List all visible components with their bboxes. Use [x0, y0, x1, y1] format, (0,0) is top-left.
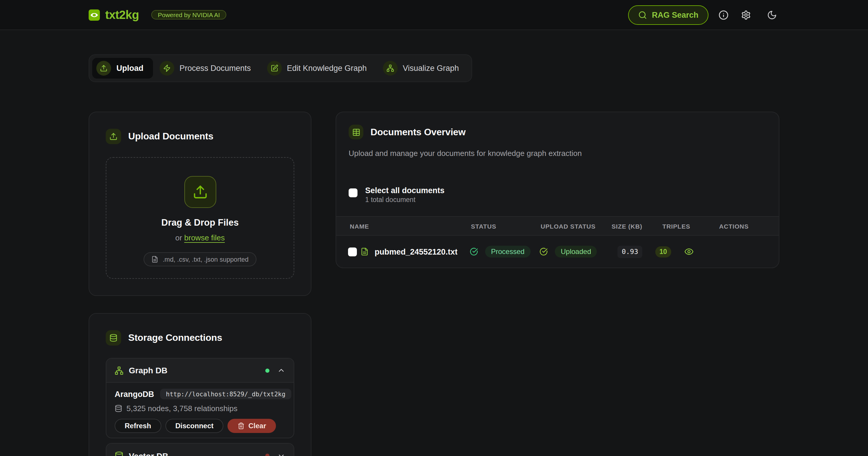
- db-connection-url: http://localhost:8529/_db/txt2kg: [160, 389, 291, 399]
- tab-bar: Upload Process Documents Edit Knowledge …: [89, 54, 472, 82]
- documents-overview-panel: Documents Overview Upload and manage you…: [336, 111, 779, 268]
- column-header-actions: ACTIONS: [678, 222, 779, 229]
- panel-title: Documents Overview: [370, 127, 466, 137]
- document-count: 1 total document: [365, 196, 445, 203]
- db-stats: 5,325 nodes, 3,758 relationships: [115, 404, 285, 413]
- moon-icon: [767, 10, 777, 20]
- database-icon: [106, 330, 121, 346]
- settings-button[interactable]: [738, 7, 753, 23]
- header-actions: RAG Search: [628, 5, 779, 25]
- storage-connections-panel: Storage Connections Graph DB: [89, 313, 311, 456]
- panel-title: Storage Connections: [128, 332, 222, 343]
- info-icon: [718, 10, 728, 20]
- edit-icon: [267, 61, 282, 75]
- tab-label: Upload: [116, 64, 144, 73]
- dropzone-subtitle: or browse files: [175, 233, 225, 242]
- tab-label: Process Documents: [180, 64, 251, 73]
- or-text: or: [175, 233, 184, 242]
- graph-icon: [115, 366, 123, 375]
- brand: txt2kg Powered by NVIDIA AI: [89, 8, 226, 22]
- table-icon: [349, 125, 363, 139]
- connected-status-dot: [265, 368, 270, 372]
- column-header-upload-status: UPLOAD STATUS: [539, 222, 612, 229]
- refresh-button[interactable]: Refresh: [115, 419, 161, 433]
- table-header: NAME STATUS UPLOAD STATUS SIZE (KB) TRIP…: [336, 216, 779, 236]
- rag-search-label: RAG Search: [652, 10, 699, 19]
- check-circle-icon: [470, 248, 478, 256]
- file-dropzone[interactable]: Drag & Drop Files or browse files .md, .…: [106, 157, 294, 279]
- column-header-triples: TRIPLES: [642, 222, 678, 229]
- dropzone-title: Drag & Drop Files: [161, 217, 239, 228]
- main-content: Upload Process Documents Edit Knowledge …: [89, 30, 779, 456]
- disconnect-button[interactable]: Disconnect: [165, 419, 223, 433]
- column-header-name: NAME: [336, 222, 470, 229]
- vector-db-card: Vector DB: [106, 443, 294, 456]
- search-icon: [638, 10, 647, 19]
- zap-icon: [159, 61, 174, 75]
- column-header-size: SIZE (KB): [612, 222, 642, 229]
- documents-table: NAME STATUS UPLOAD STATUS SIZE (KB) TRIP…: [336, 216, 779, 268]
- tab-label: Edit Knowledge Graph: [287, 64, 367, 73]
- tab-upload[interactable]: Upload: [92, 58, 153, 78]
- clear-button[interactable]: Clear: [228, 419, 276, 433]
- clear-label: Clear: [248, 422, 266, 430]
- app-title: txt2kg: [105, 8, 139, 22]
- database-icon: [115, 451, 123, 456]
- eye-icon: [684, 247, 694, 256]
- db-stats-text: 5,325 nodes, 3,758 relationships: [126, 404, 238, 413]
- select-all-checkbox[interactable]: [349, 188, 358, 197]
- view-document-button[interactable]: [682, 245, 696, 259]
- tab-edit-knowledge-graph[interactable]: Edit Knowledge Graph: [262, 58, 376, 78]
- row-checkbox[interactable]: [348, 247, 357, 256]
- vector-db-label: Vector DB: [129, 451, 168, 456]
- upload-icon: [184, 176, 216, 208]
- graph-db-details: ArangoDB http://localhost:8529/_db/txt2k…: [106, 383, 294, 438]
- check-circle-icon: [539, 248, 548, 256]
- tab-visualize-graph[interactable]: Visualize Graph: [378, 58, 468, 78]
- powered-by-badge: Powered by NVIDIA AI: [151, 10, 226, 20]
- app-root: txt2kg Powered by NVIDIA AI RAG Search: [0, 0, 868, 456]
- upload-documents-panel: Upload Documents Drag & Drop Files or br…: [89, 111, 311, 296]
- upload-status-badge: Uploaded: [555, 246, 597, 258]
- database-icon: [115, 404, 122, 412]
- upload-icon: [96, 61, 111, 75]
- supported-formats-pill: .md, .csv, .txt, .json supported: [144, 252, 256, 266]
- app-header: txt2kg Powered by NVIDIA AI RAG Search: [0, 0, 868, 30]
- info-button[interactable]: [716, 7, 731, 23]
- document-name: pubmed_24552120.txt: [375, 247, 458, 256]
- file-size-value: 0.93: [618, 246, 642, 258]
- disconnected-status-dot: [265, 454, 270, 456]
- theme-toggle-button[interactable]: [764, 7, 779, 23]
- nvidia-logo-icon: [89, 9, 100, 21]
- browse-files-link[interactable]: browse files: [184, 233, 225, 242]
- db-provider-name: ArangoDB: [115, 390, 154, 398]
- panel-title: Upload Documents: [128, 131, 213, 142]
- graph-db-header[interactable]: Graph DB: [106, 359, 294, 383]
- rag-search-button[interactable]: RAG Search: [628, 5, 709, 25]
- file-text-icon: [361, 248, 369, 256]
- refresh-label: Refresh: [125, 422, 151, 430]
- triples-count-badge: 10: [655, 246, 671, 257]
- graph-icon: [382, 61, 397, 75]
- supported-formats-text: .md, .csv, .txt, .json supported: [163, 256, 249, 263]
- upload-icon: [106, 129, 121, 144]
- disconnect-label: Disconnect: [175, 422, 213, 430]
- graph-db-label: Graph DB: [129, 366, 167, 375]
- tab-process-documents[interactable]: Process Documents: [155, 58, 260, 78]
- select-all-label: Select all documents: [365, 186, 445, 195]
- tab-label: Visualize Graph: [403, 64, 459, 73]
- panel-subtitle: Upload and manage your documents for kno…: [349, 149, 766, 158]
- file-icon: [152, 256, 159, 263]
- vector-db-header[interactable]: Vector DB: [106, 444, 294, 456]
- select-all-row: Select all documents 1 total document: [349, 186, 766, 203]
- chevron-up-icon[interactable]: [277, 366, 285, 374]
- status-badge: Processed: [485, 246, 530, 258]
- chevron-down-icon[interactable]: [277, 452, 285, 456]
- column-header-status: STATUS: [470, 222, 539, 229]
- graph-db-card: Graph DB ArangoDB http://localhost:8529/…: [106, 358, 294, 438]
- trash-icon: [238, 422, 245, 429]
- table-row: pubmed_24552120.txt Processed: [336, 236, 779, 268]
- gear-icon: [741, 10, 751, 20]
